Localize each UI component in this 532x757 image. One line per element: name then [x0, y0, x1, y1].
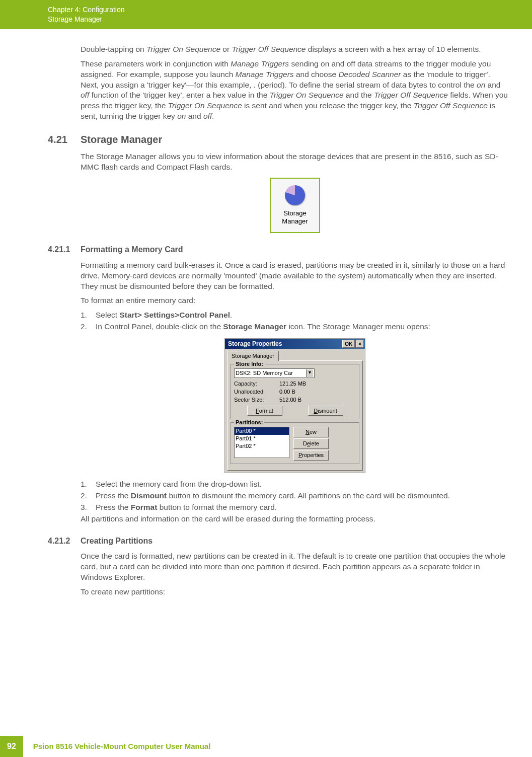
partition-listbox[interactable]: Part00 * Part01 * Part02 * [234, 427, 289, 458]
s4211-p3: All partitions and information on the ca… [81, 514, 509, 524]
header-chapter: Chapter 4: Configuration [48, 5, 532, 15]
s4211-list1: 1. Select Start> Settings>Control Panel.… [81, 310, 509, 332]
chevron-down-icon: ▼ [306, 369, 313, 377]
section-4-21: 4.21 Storage Manager [48, 133, 509, 146]
subsection-title: Creating Partitions [81, 536, 153, 547]
tab-panel: Store Info: DSK2: SD Memory Car ▼ Capaci… [227, 360, 363, 471]
s4212-p2: To create new partitions: [81, 587, 509, 597]
s4211-list2: 1. Select the memory card from the drop-… [81, 479, 509, 513]
s4212-body: Once the card is formatted, new partitio… [81, 551, 509, 597]
storage-properties-dialog: Storage Properties OK × Storage Manager … [224, 338, 365, 473]
ok-button[interactable]: OK [342, 340, 355, 348]
disk-dropdown[interactable]: DSK2: SD Memory Car ▼ [234, 368, 315, 378]
subsection-title: Formatting a Memory Card [81, 244, 183, 255]
footer-title: Psion 8516 Vehicle-Mount Computer User M… [23, 741, 211, 751]
group-label: Store Info: [234, 360, 265, 368]
s4211-p1: Formatting a memory card bulk-erases it.… [81, 260, 509, 292]
s4211-body: Formatting a memory card bulk-erases it.… [81, 260, 509, 524]
page-number: 92 [0, 736, 23, 757]
page-footer: 92 Psion 8516 Vehicle-Mount Computer Use… [0, 736, 532, 757]
dialog-titlebar: Storage Properties OK × [225, 339, 365, 349]
pie-chart-icon [285, 185, 305, 205]
partitions-group: Partitions: Part00 * Part01 * Part02 * N… [231, 422, 359, 464]
capacity-row: Capacity: 121.25 MB [234, 380, 356, 388]
page-header: Chapter 4: Configuration Storage Manager [0, 0, 532, 29]
store-info-group: Store Info: DSK2: SD Memory Car ▼ Capaci… [231, 364, 359, 419]
properties-button[interactable]: Properties [293, 450, 329, 461]
tab-storage-manager[interactable]: Storage Manager [227, 351, 279, 361]
subsection-num: 4.21.1 [48, 244, 81, 255]
dialog-body: Storage Manager Store Info: DSK2: SD Mem… [225, 349, 365, 473]
section-title: Storage Manager [81, 133, 162, 146]
page-content: Double-tapping on Trigger On Sequence or… [0, 29, 532, 597]
subsection-num: 4.21.2 [48, 536, 81, 547]
section-4-21-1: 4.21.1 Formatting a Memory Card [48, 244, 509, 255]
header-section: Storage Manager [48, 15, 532, 24]
partition-buttons: New Delete Properties [293, 427, 329, 461]
new-button[interactable]: New [293, 427, 329, 437]
section-num: 4.21 [48, 133, 81, 146]
intro-block: Double-tapping on Trigger On Sequence or… [81, 44, 509, 122]
s421-p1: The Storage Manager allows you to view i… [81, 152, 509, 173]
store-buttons: Format Dismount [234, 406, 356, 416]
dialog-title: Storage Properties [228, 340, 341, 348]
list-item[interactable]: Part00 * [235, 427, 289, 435]
delete-button[interactable]: Delete [293, 438, 329, 449]
dropdown-value: DSK2: SD Memory Car [236, 369, 293, 377]
section-4-21-2: 4.21.2 Creating Partitions [48, 536, 509, 547]
close-button[interactable]: × [356, 340, 364, 348]
storage-manager-icon-box: Storage Manager [270, 178, 320, 233]
list-item: 2. Press the Dismount button to dismount… [81, 491, 509, 501]
s421-body: The Storage Manager allows you to view i… [81, 152, 509, 233]
dismount-button[interactable]: Dismount [308, 406, 343, 416]
list-item[interactable]: Part02 * [235, 442, 289, 450]
list-item[interactable]: Part01 * [235, 435, 289, 442]
list-item: 1. Select the memory card from the drop-… [81, 479, 509, 490]
list-item: 3. Press the Format button to format the… [81, 502, 509, 513]
sector-size-row: Sector Size: 512.00 B [234, 396, 356, 404]
list-item: 1. Select Start> Settings>Control Panel. [81, 310, 509, 321]
format-button[interactable]: Format [247, 406, 282, 416]
unallocated-row: Unallocated: 0.00 B [234, 388, 356, 396]
intro-p1: Double-tapping on Trigger On Sequence or… [81, 44, 509, 55]
icon-label: Storage Manager [282, 209, 308, 225]
list-item: 2. In Control Panel, double-click on the… [81, 322, 509, 332]
s4211-p2: To format an entire memory card: [81, 295, 509, 306]
group-label: Partitions: [234, 419, 264, 426]
s4212-p1: Once the card is formatted, new partitio… [81, 551, 509, 583]
intro-p2: These parameters work in conjunction wit… [81, 59, 509, 122]
